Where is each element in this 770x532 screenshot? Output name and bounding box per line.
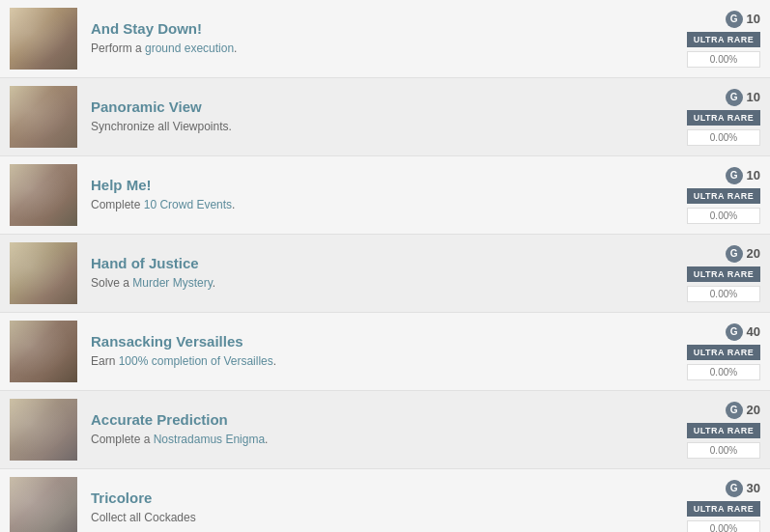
rarity-badge: ULTRA RARE (687, 345, 760, 360)
achievement-row: Accurate PredictionComplete a Nostradamu… (0, 391, 770, 469)
rarity-percentage: 0.00% (687, 286, 760, 302)
achievement-thumbnail (10, 242, 77, 304)
achievement-info: And Stay Down!Perform a ground execution… (91, 20, 683, 57)
rarity-badge: ULTRA RARE (687, 32, 760, 47)
achievement-thumbnail (10, 164, 77, 226)
gamerscore-icon: G (726, 323, 743, 341)
achievement-description: Collect all Cockades (91, 510, 683, 526)
points-badge: G10 (726, 167, 760, 184)
points-badge: G30 (726, 480, 760, 497)
achievement-right-panel: G30ULTRA RARE0.00% (683, 480, 760, 533)
achievement-thumbnail (10, 477, 77, 532)
gamerscore-icon: G (726, 11, 743, 28)
achievement-thumbnail (10, 8, 77, 70)
gamerscore-icon: G (726, 89, 743, 106)
achievement-row: And Stay Down!Perform a ground execution… (0, 0, 770, 78)
rarity-badge: ULTRA RARE (687, 266, 760, 282)
achievement-right-panel: G10ULTRA RARE0.00% (683, 11, 760, 68)
rarity-percentage: 0.00% (687, 208, 760, 224)
achievement-right-panel: G10ULTRA RARE0.00% (683, 89, 760, 146)
points-value: 10 (747, 12, 760, 26)
achievement-title: And Stay Down! (91, 20, 683, 37)
achievement-row: Help Me!Complete 10 Crowd Events.G10ULTR… (0, 156, 770, 235)
rarity-badge: ULTRA RARE (687, 188, 760, 204)
points-value: 20 (747, 246, 760, 261)
achievement-row: TricoloreCollect all CockadesG30ULTRA RA… (0, 469, 770, 532)
achievement-description: Perform a ground execution. (91, 41, 683, 57)
achievement-title: Panoramic View (91, 98, 683, 115)
rarity-percentage: 0.00% (687, 51, 760, 68)
achievement-title: Ransacking Versailles (91, 333, 683, 350)
achievement-thumbnail (10, 86, 77, 148)
points-value: 30 (747, 481, 760, 495)
achievement-right-panel: G10ULTRA RARE0.00% (683, 167, 760, 224)
rarity-percentage: 0.00% (687, 520, 760, 533)
achievement-list: And Stay Down!Perform a ground execution… (0, 0, 770, 532)
achievement-row: Ransacking VersaillesEarn 100% completio… (0, 313, 770, 391)
points-badge: G10 (726, 11, 760, 28)
achievement-description: Solve a Murder Mystery. (91, 275, 683, 292)
rarity-percentage: 0.00% (687, 442, 760, 459)
rarity-percentage: 0.00% (687, 364, 760, 380)
achievement-info: Accurate PredictionComplete a Nostradamu… (91, 411, 683, 448)
achievement-right-panel: G20ULTRA RARE0.00% (683, 245, 760, 302)
rarity-badge: ULTRA RARE (687, 423, 760, 438)
achievement-row: Hand of JusticeSolve a Murder Mystery.G2… (0, 235, 770, 313)
achievement-thumbnail (10, 399, 77, 461)
rarity-badge: ULTRA RARE (687, 110, 760, 126)
achievement-description: Synchronize all Viewpoints. (91, 119, 683, 135)
achievement-thumbnail (10, 321, 77, 382)
achievement-title: Tricolore (91, 490, 683, 506)
points-badge: G20 (726, 402, 760, 419)
gamerscore-icon: G (726, 480, 743, 497)
points-badge: G10 (726, 89, 760, 106)
achievement-info: TricoloreCollect all Cockades (91, 490, 683, 526)
achievement-info: Ransacking VersaillesEarn 100% completio… (91, 333, 683, 370)
achievement-right-panel: G40ULTRA RARE0.00% (683, 323, 760, 380)
points-value: 10 (747, 90, 760, 104)
achievement-description: Earn 100% completion of Versailles. (91, 353, 683, 370)
points-value: 40 (747, 324, 760, 339)
achievement-description: Complete a Nostradamus Enigma. (91, 432, 683, 448)
rarity-badge: ULTRA RARE (687, 501, 760, 517)
gamerscore-icon: G (726, 167, 743, 184)
achievement-right-panel: G20ULTRA RARE0.00% (683, 402, 760, 459)
achievement-row: Panoramic ViewSynchronize all Viewpoints… (0, 78, 770, 156)
achievement-title: Hand of Justice (91, 255, 683, 271)
achievement-description: Complete 10 Crowd Events. (91, 197, 683, 213)
gamerscore-icon: G (726, 402, 743, 419)
achievement-info: Panoramic ViewSynchronize all Viewpoints… (91, 98, 683, 135)
gamerscore-icon: G (726, 245, 743, 263)
achievement-title: Help Me! (91, 177, 683, 193)
points-value: 20 (747, 403, 760, 417)
rarity-percentage: 0.00% (687, 129, 760, 146)
points-badge: G40 (726, 323, 760, 341)
achievement-title: Accurate Prediction (91, 411, 683, 428)
points-badge: G20 (726, 245, 760, 263)
achievement-info: Hand of JusticeSolve a Murder Mystery. (91, 255, 683, 292)
points-value: 10 (747, 168, 760, 182)
achievement-info: Help Me!Complete 10 Crowd Events. (91, 177, 683, 213)
